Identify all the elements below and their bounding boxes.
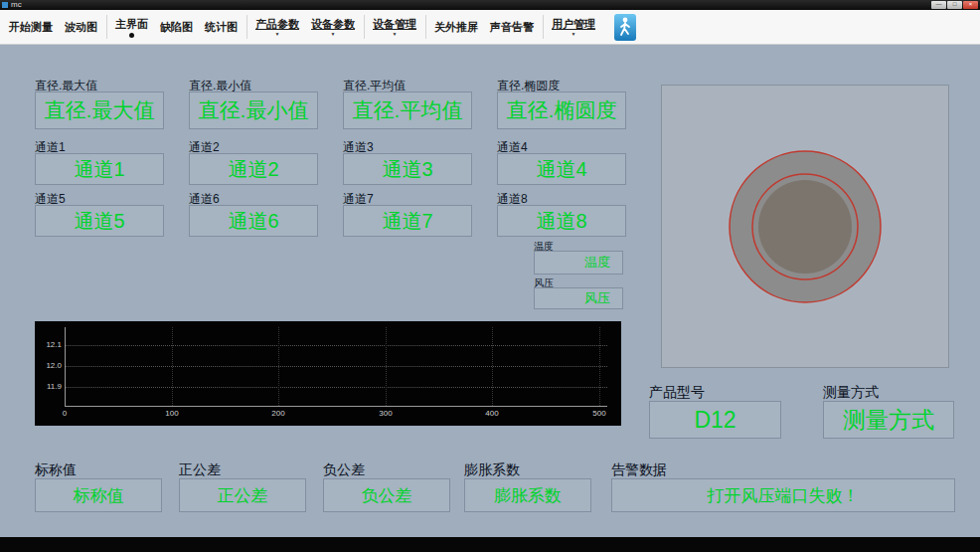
field-diameter-max-label: 直径.最大值 [35,78,164,92]
field-channel-2: 通道2 通道2 [189,139,318,185]
field-expansion-coefficient-box: 膨胀系数 [464,478,591,512]
gridline-horizontal [66,345,607,346]
field-alarm-data: 告警数据 打开风压端口失败！ [611,461,955,512]
field-channel-4-value: 通道4 [536,156,586,183]
field-temperature: 温度 温度 [534,240,623,275]
field-channel-5-label: 通道5 [35,191,164,205]
x-tick: 300 [379,409,392,418]
field-diameter-max: 直径.最大值 直径.最大值 [35,78,164,129]
toolbar-device-management-menu[interactable]: 设备管理 ▼ [370,12,419,43]
field-channel-1-label: 通道1 [35,139,164,153]
field-diameter-max-value: 直径.最大值 [45,96,155,124]
field-channel-1-value: 通道1 [74,156,124,183]
field-temperature-value: 温度 [584,254,610,272]
toolbar-main-view[interactable]: 主界面 [112,12,151,43]
field-channel-8-label: 通道8 [497,191,626,205]
field-positive-tolerance-box: 正公差 [179,478,306,512]
field-measure-method-value: 测量方式 [843,405,934,436]
toolbar-user-management-menu[interactable]: 用户管理 ▼ [549,12,598,43]
field-channel-6: 通道6 通道6 [189,191,318,237]
toolbar-device-params-label: 设备参数 [311,17,355,32]
field-diameter-min-box: 直径.最小值 [189,92,318,129]
field-positive-tolerance-value: 正公差 [218,484,268,507]
field-diameter-min-value: 直径.最小值 [199,96,309,124]
field-pressure: 风压 风压 [534,276,623,309]
cross-section-panel [661,85,949,368]
toolbar-wave-chart[interactable]: 波动图 [62,12,100,43]
field-product-model: 产品型号 D12 [649,384,781,439]
app-window: mc — □ × 开始测量 波动图 主界面 缺陷图 统计图 产品参数 ▼ [0,0,980,552]
field-channel-3: 通道3 通道3 [343,139,472,185]
toolbar-separator [425,15,426,39]
field-pressure-box: 风压 [534,287,623,309]
toolbar-separator [106,15,107,39]
toolbar-product-params-menu[interactable]: 产品参数 ▼ [252,12,302,43]
field-channel-7-label: 通道7 [343,191,472,205]
field-diameter-avg: 直径.平均值 直径.平均值 [343,78,472,129]
user-walking-icon[interactable] [614,14,636,41]
gridline-vertical [172,327,173,406]
field-diameter-avg-box: 直径.平均值 [343,92,472,129]
toolbar-main-view-label: 主界面 [115,17,148,32]
gridline-vertical [492,327,493,406]
field-channel-6-value: 通道6 [228,208,278,235]
field-channel-8: 通道8 通道8 [497,191,626,237]
toolbar-device-params-menu[interactable]: 设备参数 ▼ [308,12,358,43]
field-channel-4-box: 通道4 [497,153,626,185]
x-tick: 200 [271,409,284,418]
app-icon [2,2,8,8]
field-measure-method: 测量方式 测量方式 [823,384,954,439]
minimize-button[interactable]: — [931,1,946,9]
cross-section-view [662,86,948,367]
field-channel-6-label: 通道6 [189,191,318,205]
field-diameter-max-box: 直径.最大值 [35,92,164,129]
field-expansion-coefficient: 膨胀系数 膨胀系数 [464,461,591,512]
field-channel-4-label: 通道4 [497,139,626,153]
field-alarm-data-box: 打开风压端口失败！ [611,478,955,512]
maximize-button[interactable]: □ [947,1,962,9]
x-tick: 0 [63,409,67,418]
field-channel-4: 通道4 通道4 [497,139,626,185]
toolbar-external-screen-label: 关外推屏 [434,20,478,35]
field-channel-7-box: 通道7 [343,205,472,237]
y-tick: 12.0 [37,361,62,370]
toolbar-sound-alarm[interactable]: 声音告警 [487,12,537,43]
toolbar-product-params-label: 产品参数 [255,17,299,32]
field-positive-tolerance: 正公差 正公差 [179,461,306,512]
toolbar-separator [543,15,544,39]
field-product-model-label: 产品型号 [649,384,781,401]
field-channel-6-box: 通道6 [189,205,318,237]
field-nominal-value-label: 标称值 [35,461,162,478]
dropdown-arrow-icon: ▼ [393,32,398,37]
toolbar-start-measurement[interactable]: 开始测量 [6,12,56,43]
toolbar-statistics-chart-label: 统计图 [205,20,238,35]
toolbar-separator [364,15,365,39]
title-bar: mc — □ × [0,0,980,10]
x-axis [65,406,607,407]
window-controls: — □ × [931,1,978,9]
field-channel-8-box: 通道8 [497,205,626,237]
toolbar-statistics-chart[interactable]: 统计图 [202,12,241,43]
field-alarm-data-value: 打开风压端口失败！ [708,484,860,507]
gridline-vertical [278,327,279,406]
toolbar-defect-chart[interactable]: 缺陷图 [157,12,196,43]
field-measure-method-box: 测量方式 [823,401,954,439]
close-button[interactable]: × [963,1,978,9]
field-negative-tolerance-label: 负公差 [323,461,450,478]
window-title: mc [11,0,22,10]
walking-person-glyph [616,16,634,38]
inner-circle [758,180,852,274]
field-pressure-label: 风压 [534,276,623,287]
field-channel-5-value: 通道5 [74,208,124,235]
field-expansion-coefficient-label: 膨胀系数 [464,461,591,478]
field-expansion-coefficient-value: 膨胀系数 [494,484,562,507]
y-axis [65,327,66,406]
field-channel-1: 通道1 通道1 [35,139,164,185]
field-temperature-box: 温度 [534,251,623,275]
toolbar-wave-chart-label: 波动图 [65,20,97,35]
toolbar-defect-chart-label: 缺陷图 [160,20,193,35]
field-channel-8-value: 通道8 [536,208,586,235]
toolbar-external-screen[interactable]: 关外推屏 [431,12,481,43]
field-pressure-value: 风压 [584,289,610,307]
gridline-vertical [386,327,387,406]
